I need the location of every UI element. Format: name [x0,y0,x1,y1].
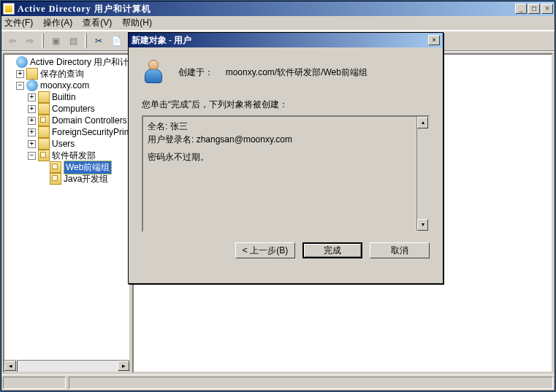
minimize-button[interactable]: _ [515,4,527,14]
domain-icon [26,80,38,91]
ou-icon [50,173,61,185]
scroll-left-icon[interactable]: ◂ [4,361,16,371]
nav-forward-button[interactable]: ⇨ [22,33,38,49]
tree-computers[interactable]: + Computers [4,103,129,115]
maximize-button[interactable]: □ [528,4,540,14]
finish-button[interactable]: 完成 [302,242,362,258]
tree-web-group[interactable]: Web前端组 [4,161,129,173]
dialog-button-row: < 上一步(B) 完成 取消 [142,242,430,258]
menu-action[interactable]: 操作(A) [43,17,72,29]
summary-scrollbar[interactable]: ▴ ▾ [416,117,428,231]
logon-value: zhangsan@moonxy.com [197,134,292,145]
tree-label: Domain Controllers [52,115,127,126]
properties-button[interactable]: ▤ [65,33,81,49]
tree-java-group[interactable]: Java开发组 [4,173,129,185]
collapse-icon[interactable]: − [16,82,24,90]
cancel-button[interactable]: 取消 [370,242,430,258]
ou-icon [38,150,50,161]
app-icon [3,3,15,15]
tree-builtin[interactable]: + Builtin [4,91,129,103]
scroll-right-icon[interactable]: ▸ [118,361,129,371]
cut-icon[interactable]: ✂ [91,33,107,49]
titlebar: Active Directory 用户和计算机 _ □ × [1,1,555,16]
tree-label: Builtin [52,92,76,102]
ou-icon [50,161,61,173]
tree-label: moonxy.com [40,80,89,91]
folder-icon [38,91,50,103]
toolbar-separator [42,34,44,48]
up-button[interactable]: ▣ [47,33,64,49]
copy-icon[interactable]: 📄 [108,33,124,49]
menubar: 文件(F) 操作(A) 查看(V) 帮助(H) [1,16,555,31]
tree-users[interactable]: + Users [4,138,129,150]
menu-file[interactable]: 文件(F) [4,17,33,29]
folder-icon [26,68,38,80]
pwd-never-expires: 密码永不过期。 [148,152,209,162]
expand-icon[interactable]: + [28,117,36,125]
tree-domain-controllers[interactable]: + Domain Controllers [4,115,129,126]
close-button[interactable]: × [541,4,553,14]
expand-icon[interactable]: + [28,140,36,148]
created-in-label: 创建于： [178,67,213,77]
tree-label: Computers [52,104,95,114]
folder-icon [38,103,50,115]
status-cell [69,377,553,389]
created-in-path: moonxy.com/软件研发部/Web前端组 [226,67,368,77]
menu-help[interactable]: 帮助(H) [122,17,152,29]
dialog-titlebar: 新建对象 - 用户 × [129,33,443,47]
menu-view[interactable]: 查看(V) [83,17,112,29]
back-button[interactable]: < 上一步(B) [235,242,295,258]
tree-domain[interactable]: − moonxy.com [4,80,129,91]
tree-label: ForeignSecurityPrincipals [52,127,129,137]
logon-label: 用户登录名: [148,134,197,145]
dialog-header: 创建于： moonxy.com/软件研发部/Web前端组 [142,58,430,87]
ou-icon [38,115,50,126]
toolbar-separator [85,34,87,48]
window-title: Active Directory 用户和计算机 [18,3,151,15]
status-cell [3,377,66,389]
expand-icon[interactable]: + [28,93,36,101]
tree-saved-queries[interactable]: + 保存的查询 [4,68,129,80]
expand-icon[interactable]: + [16,70,24,78]
tree-label: 保存的查询 [40,68,84,80]
tree-label: Java开发组 [64,173,108,185]
tree-root-label: Active Directory 用户和计算机 [30,56,129,69]
full-name-label: 全名: [148,121,170,131]
tree-scrollbar-horizontal[interactable]: ◂ ▸ [4,360,129,372]
globe-icon [16,56,28,68]
statusbar [1,374,555,391]
scroll-up-icon[interactable]: ▴ [417,117,428,128]
folder-icon [38,126,50,138]
full-name-value: 张三 [170,121,188,131]
confirm-text: 您单击“完成”后，下列对象将被创建： [142,99,430,111]
scroll-down-icon[interactable]: ▾ [417,219,428,231]
tree-foreign-sec[interactable]: + ForeignSecurityPrincipals [4,126,129,138]
user-icon [142,60,167,85]
nav-back-button[interactable]: ⇦ [4,33,20,49]
summary-textarea[interactable]: 全名: 张三 用户登录名: zhangsan@moonxy.com 密码永不过期… [142,115,430,232]
expand-icon[interactable]: + [28,128,36,137]
new-user-dialog: 新建对象 - 用户 × 创建于： moonxy.com/软件研发部/Web前端组… [128,32,443,284]
tree-pane: Active Directory 用户和计算机 + 保存的查询 − moonxy… [3,53,131,373]
tree-root[interactable]: Active Directory 用户和计算机 [4,56,129,68]
folder-icon [38,138,50,150]
dialog-close-button[interactable]: × [428,35,440,45]
collapse-icon[interactable]: − [28,152,36,160]
expand-icon[interactable]: + [28,105,36,113]
dialog-title: 新建对象 - 用户 [132,34,191,47]
tree-label: Users [52,139,75,149]
